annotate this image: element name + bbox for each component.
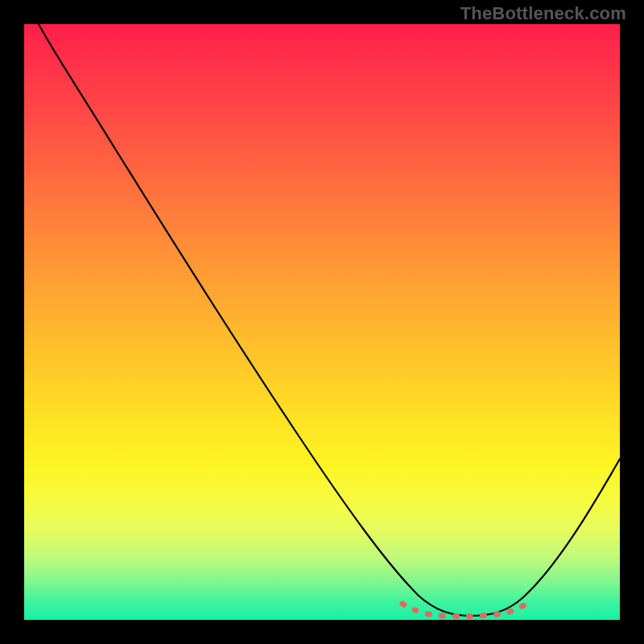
curve-layer: [24, 24, 620, 620]
plot-area: [24, 24, 620, 620]
optimal-range-marker: [402, 599, 533, 617]
chart-frame: TheBottleneck.com: [0, 0, 644, 644]
bottleneck-curve: [39, 24, 620, 616]
watermark-text: TheBottleneck.com: [460, 3, 626, 24]
